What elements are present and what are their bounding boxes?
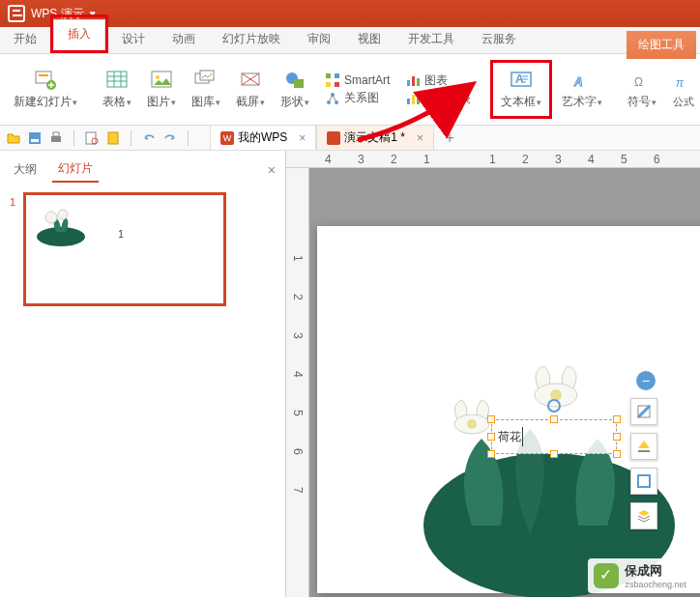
svg-point-36 [37, 227, 85, 246]
thumbnails-list: 1 1 [0, 183, 285, 597]
shapes-button[interactable]: 形状▾ [275, 65, 315, 114]
slides-pane: 大纲 幻灯片 × 1 1 [0, 151, 286, 597]
relation-icon [325, 91, 340, 106]
tab-slideshow[interactable]: 幻灯片放映 [209, 25, 294, 53]
svg-rect-19 [412, 76, 415, 86]
svg-point-37 [45, 212, 57, 223]
close-tab-icon[interactable]: × [299, 131, 306, 145]
screenshot-icon [239, 69, 262, 92]
textbox-button[interactable]: A 文本框▾ [495, 65, 547, 114]
thumbnail-lotus-icon [32, 203, 90, 246]
relation-button[interactable]: 关系图 [325, 90, 390, 106]
quick-access-toolbar: W 我的WPS × 演示文稿1 * × + [0, 126, 700, 151]
presentation-tab-icon [327, 131, 340, 145]
fill-tool-button[interactable] [630, 398, 657, 425]
tab-insert[interactable]: 插入 [53, 19, 105, 49]
watermark: 保成网 zsbaocheng.net [588, 558, 692, 593]
ribbon: 新建幻灯片▾ 表格▾ 图片▾ 图库▾ 截屏▾ 形状▾ SmartArt 关系图 … [0, 54, 700, 126]
wordart-button[interactable]: A 艺术字▾ [556, 65, 608, 114]
resize-handle[interactable] [487, 433, 495, 441]
save-icon[interactable] [27, 130, 43, 146]
app-logo-icon [8, 5, 25, 22]
doc-tab-presentation[interactable]: 演示文稿1 * × [316, 125, 434, 151]
doc-tab-wps-label: 我的WPS [238, 129, 287, 146]
wps-tab-icon: W [220, 131, 234, 145]
thumbnail-number: 1 [10, 192, 15, 208]
resize-handle[interactable] [613, 415, 621, 423]
shape-fill-button[interactable] [630, 433, 657, 460]
table-button[interactable]: 表格▾ [97, 65, 137, 114]
resize-handle[interactable] [487, 450, 495, 458]
workspace: 大纲 幻灯片 × 1 1 43211 [0, 151, 700, 597]
smartart-label: SmartArt [344, 73, 390, 87]
resize-handle[interactable] [550, 415, 558, 423]
screenshot-label: 截屏 [236, 95, 259, 108]
new-slide-button[interactable]: 新建幻灯片▾ [8, 65, 83, 114]
picture-button[interactable]: 图片▾ [141, 65, 182, 114]
svg-rect-10 [294, 79, 304, 88]
thumbnail-preview[interactable]: 1 [23, 192, 226, 306]
canvas-area: 4321123456 1234567 [286, 151, 700, 597]
tab-review[interactable]: 审阅 [294, 25, 344, 53]
symbol-button[interactable]: Ω 符号▾ [622, 65, 662, 114]
formula-button[interactable]: π 公式 [666, 66, 700, 113]
tab-start[interactable]: 开始 [0, 25, 50, 53]
undo-icon[interactable] [141, 130, 157, 146]
svg-rect-12 [335, 73, 339, 78]
text-cursor [522, 427, 523, 446]
tab-design[interactable]: 设计 [108, 25, 159, 53]
layer-tool-button[interactable] [630, 502, 657, 529]
slides-tab[interactable]: 幻灯片 [52, 157, 99, 183]
print-icon[interactable] [48, 130, 64, 146]
close-tab-icon[interactable]: × [417, 131, 423, 145]
smartart-button[interactable]: SmartArt [325, 72, 390, 88]
outline-tab[interactable]: 大纲 [8, 157, 43, 182]
tab-devtools[interactable]: 开发工具 [394, 25, 468, 53]
chart-icon [405, 72, 421, 88]
textbox-object[interactable]: 荷花 [491, 419, 617, 454]
thumbnail-item[interactable]: 1 1 [10, 192, 276, 306]
svg-rect-23 [417, 97, 420, 104]
wordart-icon: A [570, 69, 594, 92]
redo-icon[interactable] [162, 130, 178, 146]
svg-rect-29 [29, 132, 41, 144]
print-preview-icon[interactable] [84, 130, 100, 146]
delete-object-icon[interactable]: − [636, 371, 656, 390]
online-chart-button[interactable]: 在线图表 [405, 91, 471, 107]
new-slide-label: 新建幻灯片 [14, 95, 72, 108]
doc-tab-wps[interactable]: W 我的WPS × [210, 125, 316, 151]
formula-icon: π [672, 70, 695, 93]
resize-handle[interactable] [613, 450, 621, 458]
floating-tools: − [630, 371, 657, 529]
tab-draw-tools[interactable]: 绘图工具 [627, 31, 696, 59]
shapes-icon [283, 69, 306, 92]
svg-rect-22 [412, 95, 415, 104]
highlight-textbox: A 文本框▾ [490, 60, 552, 119]
gallery-button[interactable]: 图库▾ [186, 65, 226, 114]
rotate-handle-icon[interactable] [547, 399, 561, 413]
shapes-label: 形状 [280, 95, 304, 108]
tab-animation[interactable]: 动画 [159, 25, 209, 53]
pane-close-icon[interactable]: × [268, 162, 276, 178]
outline-tool-button[interactable] [630, 468, 657, 495]
svg-point-38 [58, 210, 68, 219]
thumbnail-text: 1 [118, 229, 124, 240]
paste-icon[interactable] [105, 130, 121, 146]
svg-rect-31 [51, 136, 61, 142]
slide-viewport[interactable]: 荷花 − [309, 168, 700, 597]
chart-button[interactable]: 图表 [405, 72, 471, 89]
svg-rect-18 [407, 80, 410, 86]
resize-handle[interactable] [613, 433, 621, 441]
resize-handle[interactable] [487, 415, 495, 423]
table-label: 表格 [102, 95, 126, 108]
tab-cloud[interactable]: 云服务 [468, 25, 530, 53]
screenshot-button[interactable]: 截屏▾ [230, 65, 271, 114]
svg-point-5 [156, 75, 160, 79]
resize-handle[interactable] [550, 450, 558, 458]
add-tab-button[interactable]: + [440, 128, 459, 148]
tab-view[interactable]: 视图 [344, 25, 394, 53]
new-slide-icon [34, 69, 57, 92]
open-file-icon[interactable] [6, 130, 21, 146]
doc-tab-presentation-label: 演示文稿1 * [344, 129, 405, 146]
online-chart-label: 在线图表 [424, 91, 471, 107]
